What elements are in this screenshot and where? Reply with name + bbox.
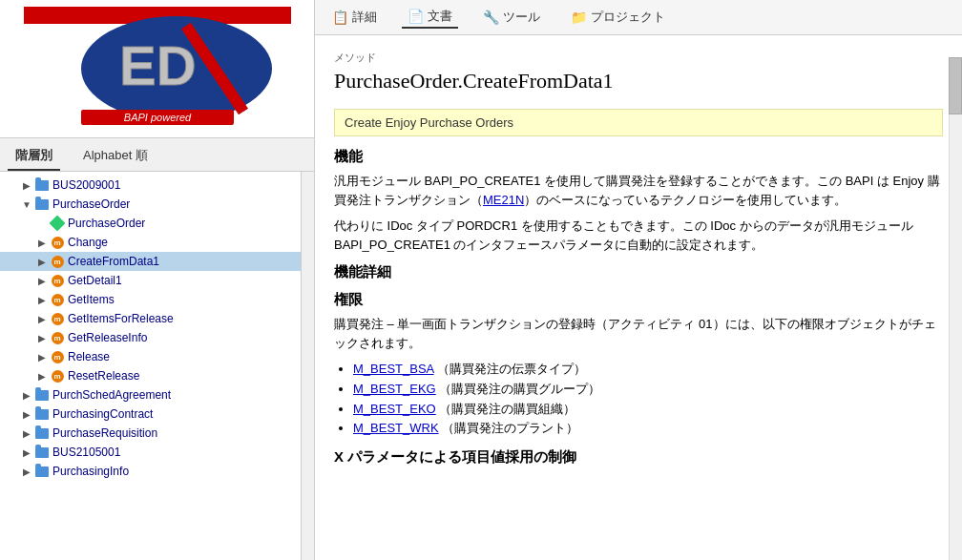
toolbar-detail[interactable]: 📋 詳細 <box>326 7 383 28</box>
list-item: M_BEST_WRK （購買発注のプラント） <box>353 419 943 439</box>
tree-scrollbar[interactable] <box>301 172 314 560</box>
toggle-createfromdata1[interactable]: ▶ <box>34 257 50 267</box>
tree-area[interactable]: ▶ BUS2009001 ▼ PurchaseOrder PurchaseOrd… <box>0 172 314 560</box>
tree-label: GetReleaseInfo <box>68 331 147 344</box>
description-box: Create Enjoy Purchase Orders <box>334 109 943 136</box>
method-icon: m <box>50 273 65 288</box>
link-mbest-ekg[interactable]: M_BEST_EKG <box>353 382 436 396</box>
toggle-empty <box>34 218 50 229</box>
right-scrollbar-thumb[interactable] <box>949 57 962 114</box>
link-me21n[interactable]: ME21N <box>483 193 524 207</box>
tree-label: GetItemsForRelease <box>68 312 174 325</box>
tools-icon: 🔧 <box>483 10 499 25</box>
section-kinou: 機能 <box>334 148 943 166</box>
link-mbest-eko[interactable]: M_BEST_EKO <box>353 402 436 416</box>
toolbar-project-label: プロジェクト <box>591 9 665 26</box>
tree-item-createfromdata1[interactable]: ▶ m CreateFromData1 <box>0 252 314 271</box>
toggle-bus2009001[interactable]: ▶ <box>19 180 34 191</box>
tree-item-purchasingcontract[interactable]: ▶ PurchasingContract <box>0 404 314 424</box>
description-text: Create Enjoy Purchase Orders <box>345 115 513 130</box>
tree-label: ResetRelease <box>68 369 139 383</box>
section-kengen: 権限 <box>334 291 943 309</box>
toolbar-docs[interactable]: 📄 文書 <box>402 6 458 29</box>
tree-item-bus2105001[interactable]: ▶ BUS2105001 <box>0 443 314 462</box>
tree-label: PurchasingInfo <box>52 465 129 478</box>
tree-item-purchaseorder-leaf[interactable]: PurchaseOrder <box>0 214 314 233</box>
tree-item-getitems[interactable]: ▶ m GetItems <box>0 290 314 309</box>
tree-label: PurchaseOrder <box>68 217 145 230</box>
list-item: M_BEST_EKO （購買発注の購買組織） <box>353 400 943 420</box>
folder-icon <box>34 464 50 479</box>
link-mbest-bsa[interactable]: M_BEST_BSA <box>353 362 434 376</box>
toggle-purchaseorder[interactable]: ▼ <box>19 199 34 210</box>
toggle-purchaserequisition[interactable]: ▶ <box>19 428 34 439</box>
toolbar-tools[interactable]: 🔧 ツール <box>477 7 546 28</box>
toggle-purchasingcontract[interactable]: ▶ <box>19 409 34 420</box>
method-icon: m <box>50 254 65 269</box>
toggle-purchschedagreement[interactable]: ▶ <box>19 390 34 401</box>
toggle-getreleaseinfo[interactable]: ▶ <box>34 333 50 343</box>
folder-icon <box>34 425 50 441</box>
docs-icon: 📄 <box>408 9 424 24</box>
tree-item-getitemsforrelease[interactable]: ▶ m GetItemsForRelease <box>0 309 314 328</box>
tree-item-purchasinginfo[interactable]: ▶ PurchasingInfo <box>0 462 314 481</box>
tree-item-bus2009001[interactable]: ▶ BUS2009001 <box>0 176 314 195</box>
list-item: M_BEST_BSA （購買発注の伝票タイプ） <box>353 360 943 380</box>
right-scrollbar-track[interactable] <box>949 57 962 560</box>
content-area[interactable]: メソッド PurchaseOrder.CreateFromData1 Creat… <box>315 35 962 560</box>
toolbar-detail-label: 詳細 <box>352 9 377 26</box>
left-panel: ED BAPI powered 階層別 Alphabet 順 ▶ BUS2009… <box>0 0 315 560</box>
tree-item-release[interactable]: ▶ m Release <box>0 347 314 366</box>
toggle-getitemsforrelease[interactable]: ▶ <box>34 314 50 324</box>
tree-label: CreateFromData1 <box>68 255 159 268</box>
bullet-list: M_BEST_BSA （購買発注の伝票タイプ） M_BEST_EKG （購買発注… <box>353 360 943 439</box>
tree-item-purchschedagreement[interactable]: ▶ PurchSchedAgreement <box>0 385 314 404</box>
folder-icon <box>34 406 50 422</box>
toggle-getitems[interactable]: ▶ <box>34 295 50 305</box>
link-mbest-wrk[interactable]: M_BEST_WRK <box>353 421 439 435</box>
tab-hierarchy[interactable]: 階層別 <box>8 142 60 171</box>
toolbar-project[interactable]: 📁 プロジェクト <box>565 7 671 28</box>
body-kengen: 購買発注 – 単一画面トランザクションの登録時（アクティビティ 01）には、以下… <box>334 315 943 352</box>
toggle-change[interactable]: ▶ <box>34 238 50 248</box>
method-icon: m <box>50 368 65 384</box>
toolbar-tools-label: ツール <box>503 9 540 26</box>
section-kinoudetail: 機能詳細 <box>334 263 943 281</box>
method-icon: m <box>50 330 65 345</box>
tree-item-resetrelease[interactable]: ▶ m ResetRelease <box>0 366 314 385</box>
tree-label: PurchaseRequisition <box>52 426 157 440</box>
body-text-2: 代わりに IDoc タイプ PORDCR1 を使用することもできます。この ID… <box>334 217 943 254</box>
tree-item-purchaserequisition[interactable]: ▶ PurchaseRequisition <box>0 424 314 443</box>
tree-item-purchaseorder-group[interactable]: ▼ PurchaseOrder <box>0 195 314 214</box>
toggle-resetrelease[interactable]: ▶ <box>34 371 50 382</box>
svg-text:ED: ED <box>119 34 197 96</box>
folder-icon <box>34 177 50 193</box>
method-icon: m <box>50 235 65 250</box>
logo-area: ED BAPI powered <box>0 0 314 138</box>
section-xparam: X パラメータによる項目値採用の制御 <box>334 448 943 467</box>
folder-icon <box>34 197 50 212</box>
right-panel: 📋 詳細 📄 文書 🔧 ツール 📁 プロジェクト メソッド PurchaseOr… <box>315 0 962 560</box>
tree-label: PurchasingContract <box>52 407 153 421</box>
toggle-purchasinginfo[interactable]: ▶ <box>19 467 34 477</box>
toggle-getdetail1[interactable]: ▶ <box>34 276 50 286</box>
toolbar-docs-label: 文書 <box>428 8 452 25</box>
tree-item-change[interactable]: ▶ m Change <box>0 233 314 252</box>
toggle-release[interactable]: ▶ <box>34 352 50 363</box>
toggle-bus2105001[interactable]: ▶ <box>19 447 34 458</box>
tree-label: GetItems <box>68 293 115 306</box>
method-icon: m <box>50 349 65 364</box>
tree-label: GetDetail1 <box>68 274 122 287</box>
list-item: M_BEST_EKG （購買発注の購買グループ） <box>353 380 943 400</box>
folder-icon <box>34 387 50 403</box>
tree-item-getreleaseinfo[interactable]: ▶ m GetReleaseInfo <box>0 328 314 347</box>
bullet-text: （購買発注のプラント） <box>442 421 578 435</box>
method-icon: m <box>50 292 65 307</box>
method-label: メソッド <box>334 51 943 65</box>
tab-alphabet[interactable]: Alphabet 順 <box>75 142 156 171</box>
project-icon: 📁 <box>571 10 587 25</box>
tree-item-getdetail1[interactable]: ▶ m GetDetail1 <box>0 271 314 290</box>
nav-tabs: 階層別 Alphabet 順 <box>0 138 314 172</box>
body-text-1: 汎用モジュール BAPI_PO_CREATE1 を使用して購買発注を登録すること… <box>334 172 943 209</box>
method-title: PurchaseOrder.CreateFromData1 <box>334 69 943 93</box>
